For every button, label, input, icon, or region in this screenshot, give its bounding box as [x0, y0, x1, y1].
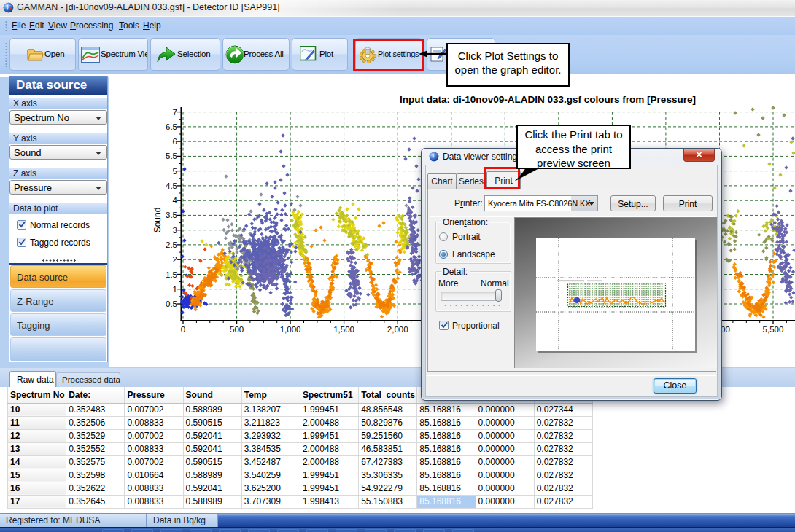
svg-text:1: 1: [173, 285, 177, 294]
svg-text:3.5: 3.5: [166, 211, 177, 219]
svg-text:6: 6: [173, 137, 177, 146]
svg-text:5: 5: [173, 167, 177, 176]
svg-text:0.5: 0.5: [166, 300, 177, 308]
svg-text:0: 0: [181, 325, 185, 334]
svg-text:3: 3: [173, 226, 177, 235]
svg-text:Sound: Sound: [152, 208, 163, 233]
svg-text:2.5: 2.5: [166, 240, 177, 249]
svg-text:5.5: 5.5: [166, 152, 177, 160]
svg-text:1,000: 1,000: [280, 325, 301, 334]
svg-text:Input data: di-10nov09-ALADIN: Input data: di-10nov09-ALADIN 033.gsf co…: [400, 94, 696, 105]
svg-text:500: 500: [230, 325, 244, 334]
svg-text:5,500: 5,500: [763, 325, 784, 334]
svg-text:2: 2: [173, 255, 177, 264]
svg-text:4: 4: [173, 196, 178, 205]
svg-text:6.5: 6.5: [166, 122, 177, 131]
svg-text:4.5: 4.5: [166, 181, 177, 190]
svg-text:2,000: 2,000: [387, 325, 408, 334]
svg-text:7: 7: [173, 108, 177, 117]
svg-text:1,500: 1,500: [333, 325, 354, 334]
svg-text:1.5: 1.5: [166, 270, 177, 279]
